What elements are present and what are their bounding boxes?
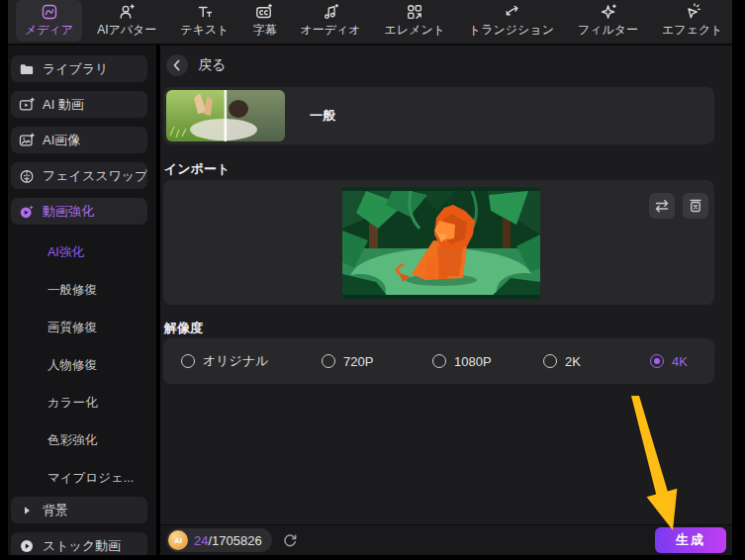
ai-video-icon <box>19 97 35 113</box>
tab-text[interactable]: テキスト <box>171 0 237 42</box>
delete-media-button[interactable] <box>683 193 708 219</box>
chevron-right-icon <box>19 503 35 518</box>
avatar-icon <box>118 3 136 21</box>
refresh-icon <box>282 532 298 548</box>
text-icon <box>196 3 214 21</box>
tab-label: 字幕 <box>252 22 276 39</box>
sidebar-item-stock-video[interactable]: ストック動画 <box>11 532 147 555</box>
ai-image-icon <box>19 133 35 148</box>
annotation-arrow-icon <box>604 396 683 534</box>
resolution-option-2k[interactable]: 2K <box>543 338 581 384</box>
subitem-label: 色彩強化 <box>47 432 97 449</box>
tab-effects[interactable]: エフェクト <box>653 0 731 42</box>
sidebar-item-label: 背景 <box>43 502 68 519</box>
import-panel <box>163 180 714 305</box>
subitem-label: マイプロジェ... <box>47 470 134 487</box>
library-folder-icon <box>19 61 35 77</box>
sidebar-subitem-my-projects[interactable]: マイプロジェ... <box>8 459 156 497</box>
sidebar-item-library[interactable]: ライブラリ <box>11 55 147 82</box>
top-tab-bar: メディア AIアバター テキスト 字幕 オーディオ エレメント トランジション <box>8 0 732 46</box>
tab-audio[interactable]: オーディオ <box>291 0 369 42</box>
face-swap-icon <box>19 168 35 184</box>
sidebar-item-label: フェイススワップ <box>43 167 147 185</box>
radio-selected-icon <box>650 354 664 368</box>
resolution-option-label: 1080P <box>454 354 492 369</box>
credits-used: 24 <box>194 533 208 548</box>
tab-transitions[interactable]: トランジション <box>460 0 563 42</box>
ai-coin-icon: AI <box>168 530 188 550</box>
tab-label: AIアバター <box>97 22 156 39</box>
resolution-option-label: 4K <box>672 354 688 369</box>
tab-label: メディア <box>25 22 73 39</box>
sidebar-item-label: AI 動画 <box>43 96 84 114</box>
sidebar-item-ai-video[interactable]: AI 動画 <box>11 91 147 118</box>
resolution-option-720p[interactable]: 720P <box>322 338 373 384</box>
sidebar-subitem-person-repair[interactable]: 人物修復 <box>8 346 156 384</box>
sidebar-item-label: 動画強化 <box>43 203 94 221</box>
tab-subtitles[interactable]: 字幕 <box>243 0 285 42</box>
subitem-label: カラー化 <box>47 395 98 412</box>
credits-count: 24/1705826 <box>194 533 262 548</box>
tab-label: オーディオ <box>300 22 360 39</box>
import-preview-image <box>342 187 540 299</box>
trash-icon <box>686 196 705 216</box>
radio-icon <box>322 354 335 368</box>
sidebar-item-face-swap[interactable]: フェイススワップ <box>11 162 147 189</box>
tab-filters[interactable]: フィルター <box>569 0 647 42</box>
resolution-option-label: 720P <box>343 354 373 369</box>
subtitle-icon <box>255 3 273 21</box>
generate-button[interactable]: 生成 <box>655 527 726 553</box>
sidebar-subitem-general-repair[interactable]: 一般修復 <box>8 271 156 309</box>
tab-ai-avatar[interactable]: AIアバター <box>88 0 165 42</box>
sidebar-subitem-ai-enhance[interactable]: AI強化 <box>8 233 156 271</box>
tab-media[interactable]: メディア <box>16 0 82 42</box>
resolution-option-original[interactable]: オリジナル <box>181 338 269 384</box>
swap-arrows-icon <box>652 196 672 216</box>
media-icon <box>41 3 58 21</box>
radio-icon <box>432 354 446 368</box>
main-content: 戻る 一般 <box>160 46 732 555</box>
sidebar-item-ai-image[interactable]: AI画像 <box>11 127 147 153</box>
tab-elements[interactable]: エレメント <box>376 0 454 42</box>
effects-icon <box>684 3 701 21</box>
subitem-label: 人物修復 <box>47 357 97 374</box>
replace-media-button[interactable] <box>649 193 675 219</box>
refresh-credits-button[interactable] <box>282 532 298 548</box>
tab-label: エレメント <box>385 22 445 39</box>
tab-label: フィルター <box>578 22 638 39</box>
mode-card-general[interactable]: 一般 <box>163 87 714 144</box>
resolution-option-label: 2K <box>565 354 581 369</box>
resolution-option-4k[interactable]: 4K <box>650 338 688 384</box>
resolution-option-1080p[interactable]: 1080P <box>432 338 492 384</box>
sidebar-item-label: AI画像 <box>43 132 80 149</box>
sidebar: ライブラリ AI 動画 AI画像 フェイススワップ 動画強化 AI強化 一般修復… <box>8 46 156 555</box>
transition-icon <box>503 3 520 21</box>
tab-label: トランジション <box>469 22 554 39</box>
mode-card-label: 一般 <box>310 87 335 144</box>
audio-icon <box>322 3 339 21</box>
subitem-label: 画質修復 <box>47 320 97 336</box>
filter-icon <box>600 3 617 21</box>
tab-label: テキスト <box>180 22 229 39</box>
subitem-label: AI強化 <box>47 244 84 261</box>
radio-icon <box>181 354 195 368</box>
resolution-option-label: オリジナル <box>203 352 269 370</box>
sidebar-item-background[interactable]: 背景 <box>11 497 147 523</box>
sidebar-item-label: ライブラリ <box>43 60 109 78</box>
credits-badge[interactable]: AI 24/1705826 <box>166 528 272 552</box>
import-section-title: インポート <box>164 160 230 178</box>
back-button[interactable]: 戻る <box>166 54 226 76</box>
back-chevron-icon <box>166 54 188 76</box>
sidebar-subitem-colorize[interactable]: カラー化 <box>8 384 156 421</box>
subitem-label: 一般修復 <box>47 282 97 299</box>
resolution-panel: オリジナル 720P 1080P 2K 4K <box>163 338 714 384</box>
sidebar-subitem-quality-repair[interactable]: 画質修復 <box>8 309 156 346</box>
credits-total: /1705826 <box>208 533 261 548</box>
back-label: 戻る <box>198 56 226 74</box>
stock-video-icon <box>19 538 35 554</box>
tab-label: エフェクト <box>662 22 722 39</box>
mode-thumbnail <box>166 90 285 141</box>
sidebar-item-video-enhance[interactable]: 動画強化 <box>11 198 147 225</box>
radio-icon <box>543 354 557 368</box>
sidebar-subitem-color-enhance[interactable]: 色彩強化 <box>8 421 156 459</box>
